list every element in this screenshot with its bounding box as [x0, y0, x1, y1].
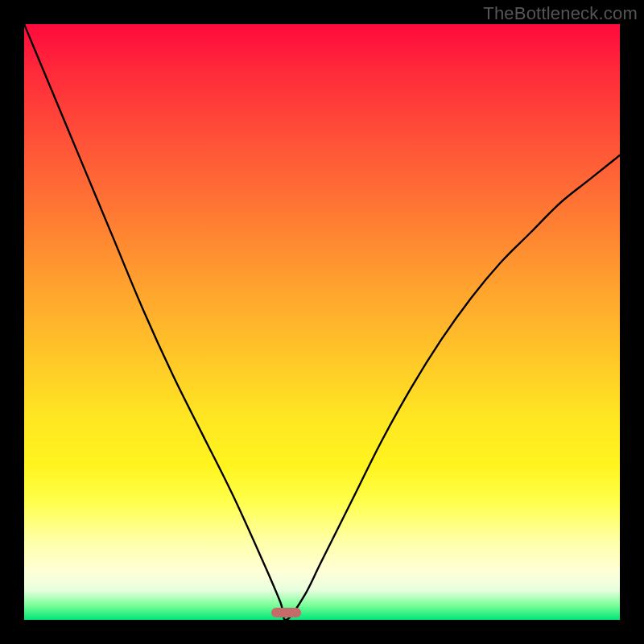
watermark-text: TheBottleneck.com	[483, 3, 638, 24]
plot-area	[24, 24, 620, 620]
optimum-marker	[271, 608, 301, 617]
bottleneck-curve	[24, 24, 620, 620]
chart-frame: TheBottleneck.com	[0, 0, 644, 644]
